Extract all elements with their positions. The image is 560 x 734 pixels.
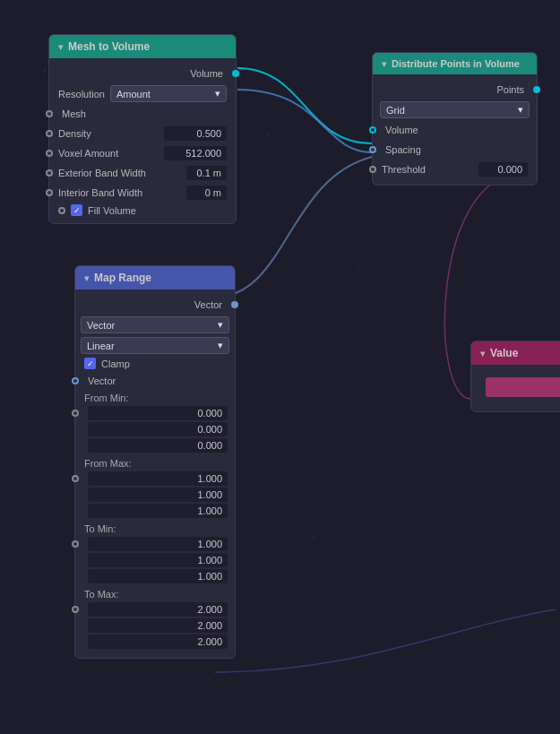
from-max-label: From Max: [75, 456, 235, 471]
from-max-2[interactable]: 1.000 [88, 504, 228, 518]
resolution-label: Resolution [58, 89, 105, 99]
vector-dropdown-row: Vector ▾ [75, 315, 235, 335]
linear-dropdown-chevron-icon: ▾ [218, 340, 223, 351]
to-min-1[interactable]: 1.000 [88, 553, 228, 567]
clamp-row: ✓ Clamp [75, 356, 235, 371]
density-row: Density 0.500 [49, 124, 236, 143]
grid-chevron-icon: ▾ [518, 104, 523, 116]
distribute-node: ▾ Distribute Points in Volume Points Gri… [372, 52, 538, 186]
fill-volume-row: ✓ Fill Volume [49, 203, 236, 218]
resolution-dropdown[interactable]: Amount ▾ [110, 85, 227, 102]
interior-band-row: Interior Band Width 0 m [49, 183, 236, 203]
interior-band-label: Interior Band Width [58, 187, 186, 198]
chevron-icon-2: ▾ [382, 59, 386, 69]
fill-volume-label: Fill Volume [88, 205, 136, 216]
from-min-0[interactable]: 0.000 [88, 406, 228, 420]
threshold-label: Threshold [382, 164, 426, 175]
vector-output-label: Vector [194, 299, 222, 310]
from-max-0-row: 1.000 [75, 471, 235, 487]
vector-output-socket [231, 301, 238, 308]
exterior-band-value[interactable]: 0.1 m [186, 166, 227, 180]
spacing-label: Spacing [385, 144, 421, 155]
vector-dropdown[interactable]: Vector ▾ [81, 316, 229, 333]
from-max-0[interactable]: 1.000 [88, 471, 228, 486]
volume-input-row: Volume [373, 120, 537, 140]
to-max-2[interactable]: 2.000 [88, 635, 228, 649]
mesh-input-row: Mesh [49, 104, 236, 124]
linear-dropdown-value: Linear [87, 341, 115, 351]
to-min-0[interactable]: 1.000 [88, 537, 228, 551]
map-range-node: ▾ Map Range Vector Vector ▾ Linear ▾ ✓ C… [74, 265, 236, 659]
from-min-1[interactable]: 0.000 [88, 422, 228, 436]
chevron-icon-3: ▾ [84, 273, 89, 283]
chevron-icon-4: ▾ [480, 349, 485, 358]
mesh-input-socket [46, 110, 53, 117]
points-output-socket [533, 86, 540, 93]
to-max-0-socket [72, 606, 79, 613]
distribute-title: Distribute Points in Volume [392, 58, 520, 69]
to-min-0-socket [72, 540, 79, 548]
interior-band-value[interactable]: 0 m [186, 186, 227, 200]
volume-output-label: Volume [190, 68, 223, 79]
clamp-label: Clamp [101, 358, 130, 369]
vector-output-row: Vector [75, 295, 235, 315]
vector-input-row: Vector [75, 371, 235, 391]
to-max-0-row: 2.000 [75, 601, 235, 617]
threshold-row: Threshold 0.000 [373, 160, 537, 179]
resolution-value: Amount [116, 89, 151, 99]
vector-dropdown-value: Vector [87, 320, 115, 331]
to-max-label: To Max: [75, 587, 235, 601]
to-max-1[interactable]: 2.000 [88, 618, 228, 633]
value-output-row: 0.350 [471, 370, 560, 406]
mesh-label: Mesh [62, 108, 86, 119]
vector-input-label: Vector [88, 376, 116, 386]
linear-dropdown[interactable]: Linear ▾ [81, 337, 229, 354]
clamp-checkbox[interactable]: ✓ [84, 358, 96, 369]
to-min-0-row: 1.000 [75, 536, 235, 552]
map-range-header: ▾ Map Range [75, 266, 235, 289]
to-min-1-row: 1.000 [75, 552, 235, 568]
density-value[interactable]: 0.500 [164, 126, 227, 141]
to-min-2[interactable]: 1.000 [88, 569, 228, 583]
voxel-value[interactable]: 512.000 [164, 146, 227, 160]
from-max-1[interactable]: 1.000 [88, 488, 228, 502]
exterior-band-row: Exterior Band Width 0.1 m [49, 163, 236, 183]
fill-volume-checkbox[interactable]: ✓ [71, 204, 82, 216]
voxel-row: Voxel Amount 512.000 [49, 143, 236, 163]
chevron-icon: ▾ [58, 42, 63, 52]
to-max-1-row: 2.000 [75, 617, 235, 634]
value-header: ▾ Value [471, 341, 560, 365]
mesh-to-volume-title: Mesh to Volume [68, 40, 150, 53]
map-range-body: Vector Vector ▾ Linear ▾ ✓ Clamp Vector [75, 289, 235, 658]
vector-dropdown-chevron-icon: ▾ [218, 319, 223, 331]
spacing-socket [369, 146, 376, 153]
value-display[interactable]: 0.350 [486, 377, 560, 397]
vector-input-socket [72, 377, 79, 384]
exterior-band-socket [46, 169, 53, 177]
to-max-0[interactable]: 2.000 [88, 602, 228, 617]
volume-output-row: Volume [49, 64, 236, 83]
threshold-socket [369, 166, 376, 173]
from-min-2-row: 0.000 [75, 437, 235, 456]
value-body: 0.350 [471, 365, 560, 411]
mesh-to-volume-header: ▾ Mesh to Volume [49, 35, 236, 58]
fill-volume-socket [58, 207, 65, 214]
threshold-label-field: Threshold [382, 162, 478, 177]
to-max-2-row: 2.000 [75, 634, 235, 652]
points-output-row: Points [373, 80, 537, 99]
from-min-0-socket [72, 410, 79, 417]
threshold-value[interactable]: 0.000 [478, 162, 528, 177]
from-min-2[interactable]: 0.000 [88, 438, 228, 453]
value-node: ▾ Value 0.350 [470, 341, 560, 412]
distribute-body: Points Grid ▾ Volume Spacing Threshold 0… [373, 74, 537, 185]
to-min-label: To Min: [75, 522, 235, 536]
value-title: Value [490, 347, 518, 359]
from-max-1-row: 1.000 [75, 487, 235, 503]
from-min-1-row: 0.000 [75, 421, 235, 437]
volume-input-label: Volume [385, 125, 418, 135]
distribute-header: ▾ Distribute Points in Volume [373, 53, 537, 74]
from-min-0-row: 0.000 [75, 405, 235, 421]
density-socket [46, 130, 53, 137]
voxel-socket [46, 150, 53, 157]
grid-dropdown[interactable]: Grid ▾ [380, 101, 530, 118]
